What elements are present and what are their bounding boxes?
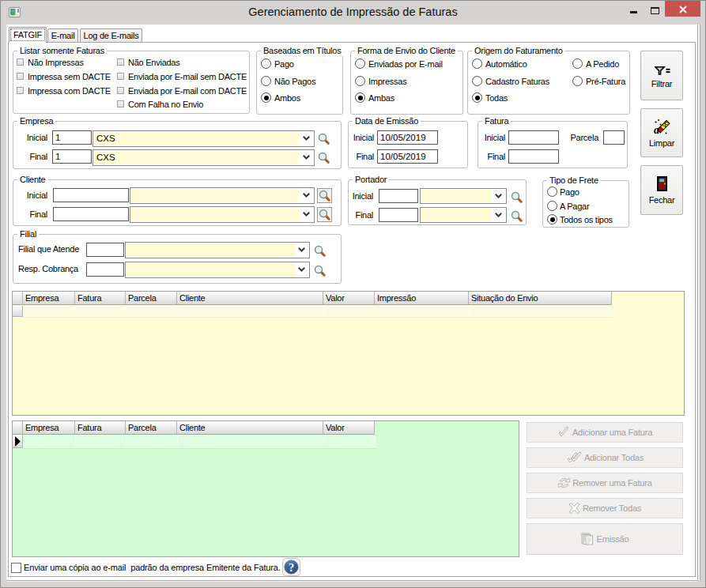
- svg-text:a: a: [654, 124, 659, 136]
- svg-text:?: ?: [289, 561, 294, 574]
